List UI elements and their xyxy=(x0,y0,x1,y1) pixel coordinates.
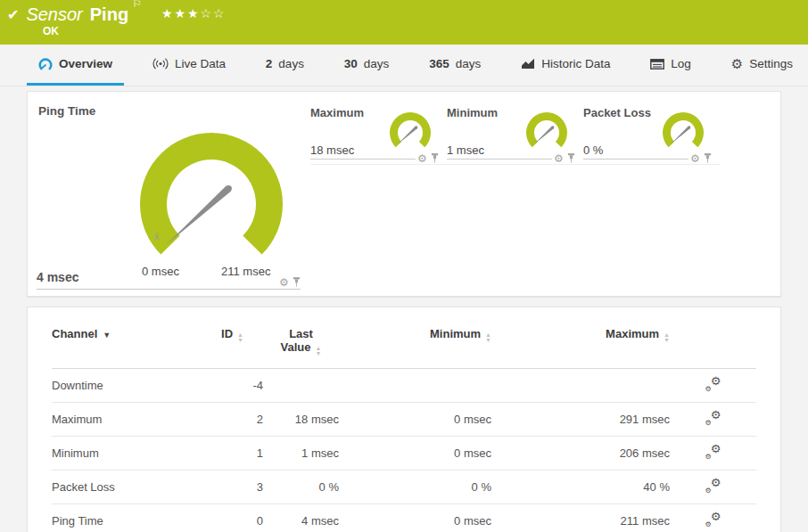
channel-id: -4 xyxy=(183,369,263,403)
column-header-last-value[interactable]: Last Value▲▼ xyxy=(263,325,339,369)
gauge-scale-min: 0 msec xyxy=(142,265,179,278)
column-header-minimum[interactable]: Minimum▲▼ xyxy=(339,325,491,369)
flag-icon: ⚐ xyxy=(132,0,142,10)
pin-icon[interactable] xyxy=(431,151,439,167)
small-gauge-value: 1 msec xyxy=(447,143,484,157)
tab-bar: Overview Live Data 2 days 30 days 365 da… xyxy=(0,45,808,86)
small-gauge-maximum: Maximum 18 msec ⚙ xyxy=(310,106,447,165)
channel-id: 1 xyxy=(183,437,263,471)
tab-settings[interactable]: ⚙ Settings xyxy=(720,45,804,86)
status-check-icon: ✔ xyxy=(7,6,19,23)
tab-number: 2 xyxy=(266,57,273,70)
channel-id: 3 xyxy=(183,471,263,504)
tab-label: days xyxy=(364,57,390,70)
tab-label: Log xyxy=(671,57,691,70)
pin-icon[interactable] xyxy=(293,274,301,291)
tab-historic-data[interactable]: Historic Data xyxy=(509,45,622,86)
channel-minimum xyxy=(339,369,491,403)
channel-settings-icon[interactable]: ⚙⚙ xyxy=(705,479,721,493)
gauges-panel: Ping Time x̄ 0 msec 211 msec 4 msec ⚙ Ma… xyxy=(27,91,781,297)
tab-log[interactable]: Log xyxy=(639,45,703,86)
gauge-settings-gear-icon[interactable]: ⚙ xyxy=(554,154,564,163)
channel-maximum: 40 % xyxy=(491,471,670,504)
channel-minimum: 0 % xyxy=(339,471,491,504)
channel-maximum: 291 msec xyxy=(491,403,670,437)
small-gauge-title: Maximum xyxy=(310,106,364,119)
small-gauge-packet-loss: Packet Loss 0 % ⚙ xyxy=(583,106,720,165)
tab-number: 30 xyxy=(344,57,358,70)
channel-last-value: 18 msec xyxy=(263,403,339,437)
gauge-needle xyxy=(397,127,417,145)
sensor-name: Ping xyxy=(90,4,128,25)
gauge-needle xyxy=(533,127,554,145)
channel-name: Maximum xyxy=(52,403,183,437)
tab-label: Settings xyxy=(749,57,793,70)
sort-icon: ▲▼ xyxy=(664,332,670,342)
gauge-needle xyxy=(670,127,690,145)
channel-last-value: 4 msec xyxy=(263,504,339,532)
small-gauge-title: Minimum xyxy=(447,106,498,119)
tab-number: 365 xyxy=(429,57,449,70)
column-header-id[interactable]: ID▲▼ xyxy=(183,325,263,369)
column-header-actions xyxy=(670,325,756,369)
gauge-settings-gear-icon[interactable]: ⚙ xyxy=(279,278,289,287)
small-gauge-value: 0 % xyxy=(583,143,603,157)
pin-icon[interactable] xyxy=(567,151,575,167)
live-data-icon xyxy=(153,58,169,70)
tab-label: days xyxy=(278,57,304,70)
tab-label: Live Data xyxy=(175,57,226,70)
sort-icon: ▲▼ xyxy=(485,332,491,342)
channel-settings-icon[interactable]: ⚙⚙ xyxy=(705,512,721,527)
tab-30-days[interactable]: 30 days xyxy=(333,45,401,86)
sort-icon: ▲▼ xyxy=(316,346,322,356)
average-marker: x̄ xyxy=(154,231,160,241)
gauge-icon xyxy=(38,58,53,70)
tab-label: Historic Data xyxy=(541,57,610,70)
log-icon xyxy=(650,59,664,70)
channel-settings-icon[interactable]: ⚙⚙ xyxy=(705,445,721,459)
channel-last-value: 1 msec xyxy=(263,437,339,471)
table-row: Downtime -4 ⚙⚙ xyxy=(52,369,756,403)
divider xyxy=(310,159,416,160)
channel-minimum: 0 msec xyxy=(339,504,491,532)
sort-icon: ▲▼ xyxy=(237,332,243,342)
channel-last-value xyxy=(263,369,339,403)
tab-label: days xyxy=(456,57,482,70)
tab-2-days[interactable]: 2 days xyxy=(254,45,316,86)
tab-live-data[interactable]: Live Data xyxy=(141,45,237,86)
tab-overview[interactable]: Overview xyxy=(27,45,124,86)
ping-time-gauge xyxy=(135,127,288,263)
channel-settings-icon[interactable]: ⚙⚙ xyxy=(705,411,721,425)
gauge-scale-max: 211 msec xyxy=(221,265,270,278)
sensor-type-label: Sensor xyxy=(26,4,82,25)
priority-stars[interactable]: ★★★☆☆ xyxy=(161,6,227,20)
channel-minimum: 0 msec xyxy=(339,437,491,471)
channel-id: 2 xyxy=(183,403,263,437)
channels-panel: Channel▼ ID▲▼ Last Value▲▼ Minimum▲▼ Max… xyxy=(27,307,781,532)
column-header-maximum[interactable]: Maximum▲▼ xyxy=(491,325,670,369)
table-row: Packet Loss 3 0 % 0 % 40 % ⚙⚙ xyxy=(52,471,756,504)
column-header-channel[interactable]: Channel▼ xyxy=(52,325,183,369)
channel-table: Channel▼ ID▲▼ Last Value▲▼ Minimum▲▼ Max… xyxy=(52,325,756,532)
small-gauge-title: Packet Loss xyxy=(583,106,651,119)
small-gauge-value: 18 msec xyxy=(310,143,354,157)
main-gauge-title: Ping Time xyxy=(38,104,95,118)
divider xyxy=(447,159,552,160)
tab-label: Overview xyxy=(59,57,112,70)
channel-settings-icon[interactable]: ⚙⚙ xyxy=(705,377,721,391)
pin-icon[interactable] xyxy=(704,151,712,167)
divider xyxy=(37,289,301,290)
table-row: Ping Time 0 4 msec 0 msec 211 msec ⚙⚙ xyxy=(52,504,756,532)
gauge-settings-gear-icon[interactable]: ⚙ xyxy=(690,154,700,163)
channel-minimum: 0 msec xyxy=(339,403,491,437)
tab-365-days[interactable]: 365 days xyxy=(417,45,492,86)
gauge-settings-gear-icon[interactable]: ⚙ xyxy=(417,154,427,163)
sort-desc-icon: ▼ xyxy=(103,331,111,340)
table-row: Maximum 2 18 msec 0 msec 291 msec ⚙⚙ xyxy=(52,403,756,437)
channel-name: Minimum xyxy=(52,437,183,471)
small-gauge-minimum: Minimum 1 msec ⚙ xyxy=(447,106,583,165)
historic-data-icon xyxy=(521,58,535,70)
channel-id: 0 xyxy=(183,504,263,532)
gauge-needle xyxy=(167,186,232,245)
channel-name: Downtime xyxy=(52,369,183,403)
